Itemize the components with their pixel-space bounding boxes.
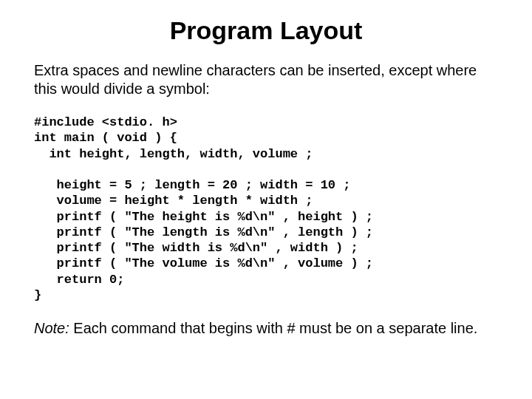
note-label: Note: xyxy=(34,320,69,336)
slide-title: Program Layout xyxy=(34,16,498,45)
code-block: #include <stdio. h> int main ( void ) { … xyxy=(34,115,498,303)
note-body: Each command that begins with # must be … xyxy=(69,320,478,336)
intro-text: Extra spaces and newline characters can … xyxy=(34,61,498,98)
note-text: Note: Each command that begins with # mu… xyxy=(34,319,498,338)
